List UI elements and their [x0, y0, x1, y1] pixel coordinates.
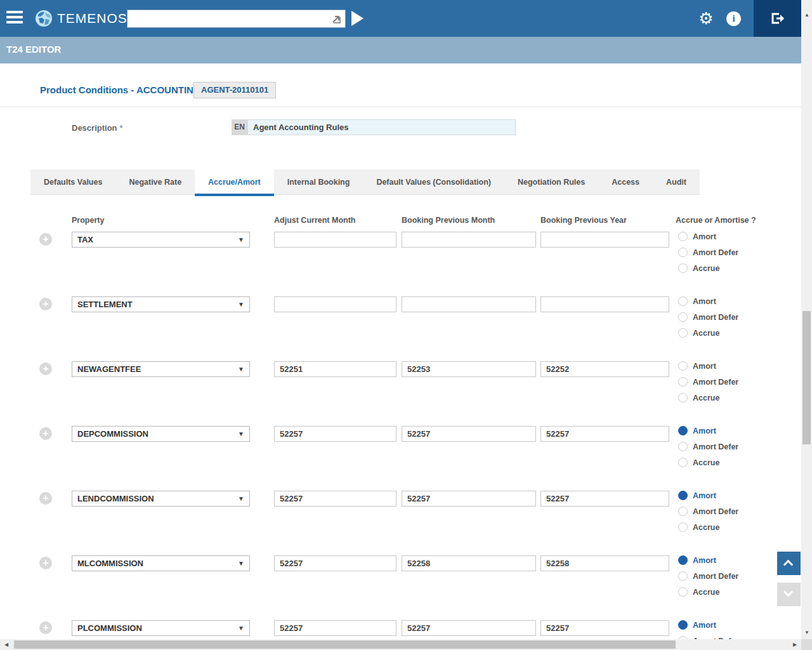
radio-option-amort[interactable]: Amort	[678, 293, 738, 309]
adjust-current-month-input[interactable]	[274, 232, 396, 248]
radio-option-accrue[interactable]: Accrue	[678, 325, 738, 341]
hamburger-menu-icon[interactable]	[6, 11, 23, 26]
property-dropdown[interactable]: SETTLEMENT ▼	[72, 296, 250, 312]
property-dropdown[interactable]: LENDCOMMISSION ▼	[72, 491, 250, 507]
add-row-button[interactable]: +	[39, 362, 52, 375]
search-input[interactable]	[129, 11, 325, 26]
radio-option-amort[interactable]: Amort	[678, 423, 738, 439]
add-row-button[interactable]: +	[39, 233, 52, 246]
adjust-current-month-input[interactable]	[274, 426, 396, 442]
col-header-booking-previous-month: Booking Previous Month	[402, 216, 495, 225]
booking-previous-month-input[interactable]	[402, 361, 536, 377]
add-row-button[interactable]: +	[39, 427, 52, 440]
radio-label: Accrue	[693, 458, 719, 467]
sign-out-button[interactable]	[754, 0, 801, 37]
scroll-left-arrow-icon[interactable]: ◀	[4, 642, 8, 647]
radio-option-amort-defer[interactable]: Amort Defer	[678, 633, 738, 639]
booking-previous-month-input[interactable]	[402, 555, 536, 571]
radio-option-amort[interactable]: Amort	[678, 229, 738, 244]
brand-name: TEMENOS	[57, 11, 128, 26]
radio-option-accrue[interactable]: Accrue	[678, 584, 738, 600]
radio-option-amort-defer[interactable]: Amort Defer	[678, 244, 738, 260]
tab-internal-booking[interactable]: Internal Booking	[274, 169, 363, 194]
col-header-adjust-current-month: Adjust Current Month	[274, 216, 355, 225]
property-dropdown[interactable]: TAX ▼	[72, 232, 250, 248]
required-asterisk: *	[120, 123, 123, 133]
tab-default-values-consolidation-[interactable]: Default Values (Consolidation)	[363, 169, 504, 194]
tab-access[interactable]: Access	[598, 169, 653, 194]
booking-previous-year-input[interactable]	[540, 491, 669, 507]
tab-strip: Defaults ValuesNegative RateAccrue/Amort…	[30, 169, 700, 195]
launch-icon[interactable]	[331, 13, 342, 25]
radio-option-accrue[interactable]: Accrue	[678, 260, 738, 276]
info-icon[interactable]: i	[726, 11, 741, 26]
radio-option-amort[interactable]: Amort	[678, 488, 738, 503]
adjust-current-month-input[interactable]	[274, 555, 396, 571]
accrue-amortise-radio-group: AmortAmort DeferAccrue	[678, 229, 738, 276]
brand: TEMENOS	[34, 9, 128, 28]
property-dropdown[interactable]: DEPCOMMISSION ▼	[72, 426, 250, 442]
chevron-up-icon	[783, 560, 794, 570]
add-row-button[interactable]: +	[39, 492, 52, 505]
booking-previous-year-input[interactable]	[540, 426, 669, 442]
go-button[interactable]	[351, 11, 363, 26]
table-row: + PLCOMMISSION ▼ AmortAmort DeferAccrue	[0, 615, 801, 639]
booking-previous-month-input[interactable]	[402, 620, 536, 636]
adjust-current-month-input[interactable]	[274, 620, 396, 636]
booking-previous-month-input[interactable]	[402, 232, 536, 248]
adjust-current-month-input[interactable]	[274, 296, 396, 312]
radio-option-amort[interactable]: Amort	[678, 358, 738, 374]
add-row-button[interactable]: +	[39, 557, 52, 569]
radio-circle-icon	[678, 587, 688, 597]
add-row-button[interactable]: +	[39, 298, 52, 310]
radio-option-accrue[interactable]: Accrue	[678, 390, 738, 406]
booking-previous-year-input[interactable]	[540, 232, 669, 248]
property-dropdown[interactable]: PLCOMMISSION ▼	[72, 620, 250, 636]
radio-option-amort-defer[interactable]: Amort Defer	[678, 309, 738, 325]
radio-option-amort-defer[interactable]: Amort Defer	[678, 568, 738, 584]
col-header-booking-previous-year: Booking Previous Year	[540, 216, 627, 225]
vertical-scrollbar[interactable]: ▲ ▼	[801, 0, 812, 639]
horizontal-scrollbar-thumb[interactable]	[14, 640, 676, 649]
booking-previous-year-input[interactable]	[540, 361, 669, 377]
tab-audit[interactable]: Audit	[653, 169, 700, 194]
property-dropdown[interactable]: MLCOMMISSION ▼	[72, 555, 250, 571]
tab-accrue-amort[interactable]: Accrue/Amort	[195, 169, 274, 196]
booking-previous-year-input[interactable]	[540, 620, 669, 636]
booking-previous-month-input[interactable]	[402, 426, 536, 442]
property-dropdown[interactable]: NEWAGENTFEE ▼	[72, 361, 250, 377]
tab-negative-rate[interactable]: Negative Rate	[115, 169, 195, 194]
radio-option-amort[interactable]: Amort	[678, 617, 738, 633]
add-row-button[interactable]: +	[39, 621, 52, 634]
scroll-right-arrow-icon[interactable]: ▶	[793, 642, 797, 647]
adjust-current-month-input[interactable]	[274, 491, 396, 507]
radio-circle-icon	[678, 522, 688, 532]
scroll-down-arrow-icon[interactable]: ▼	[804, 630, 809, 635]
radio-option-accrue[interactable]: Accrue	[678, 519, 738, 535]
property-value: LENDCOMMISSION	[72, 494, 238, 503]
tab-defaults-values[interactable]: Defaults Values	[30, 169, 115, 194]
scroll-to-top-button[interactable]	[777, 552, 801, 575]
booking-previous-year-input[interactable]	[540, 555, 669, 571]
radio-option-amort-defer[interactable]: Amort Defer	[678, 374, 738, 390]
command-search-box	[127, 10, 346, 28]
vertical-scrollbar-thumb[interactable]	[802, 311, 811, 444]
horizontal-scrollbar[interactable]: ◀ ▶	[0, 639, 801, 650]
booking-previous-month-input[interactable]	[402, 296, 536, 312]
radio-option-accrue[interactable]: Accrue	[678, 454, 738, 470]
accrue-amortise-radio-group: AmortAmort DeferAccrue	[678, 358, 738, 406]
booking-previous-year-input[interactable]	[540, 296, 669, 312]
description-input[interactable]	[247, 119, 516, 135]
radio-circle-icon	[678, 507, 688, 516]
radio-label: Accrue	[693, 588, 719, 597]
radio-option-amort[interactable]: Amort	[678, 552, 738, 568]
settings-gear-icon[interactable]: ⚙	[697, 8, 716, 29]
tab-negotiation-rules[interactable]: Negotiation Rules	[504, 169, 598, 194]
adjust-current-month-input[interactable]	[274, 361, 396, 377]
scroll-to-bottom-button[interactable]	[777, 583, 801, 606]
radio-option-amort-defer[interactable]: Amort Defer	[678, 503, 738, 519]
scroll-up-arrow-icon[interactable]: ▲	[804, 13, 809, 18]
chevron-down-icon: ▼	[238, 495, 249, 502]
booking-previous-month-input[interactable]	[402, 491, 536, 507]
radio-option-amort-defer[interactable]: Amort Defer	[678, 439, 738, 454]
